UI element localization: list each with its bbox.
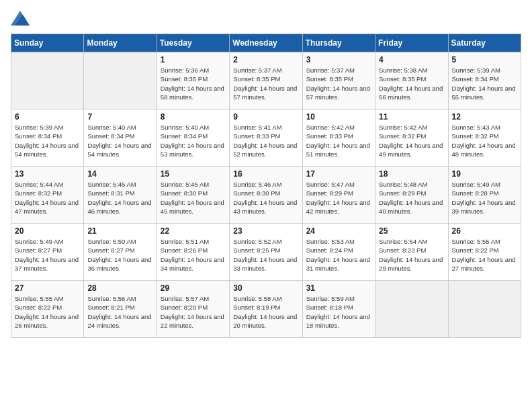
- calendar-cell: 30Sunrise: 5:58 AMSunset: 8:19 PMDayligh…: [230, 281, 302, 338]
- calendar-cell: 29Sunrise: 5:57 AMSunset: 8:20 PMDayligh…: [157, 281, 229, 338]
- weekday-header: Thursday: [302, 34, 375, 52]
- calendar-cell: 10Sunrise: 5:42 AMSunset: 8:33 PMDayligh…: [302, 109, 375, 167]
- day-info: Sunrise: 5:45 AMSunset: 8:31 PMDaylight:…: [87, 180, 152, 216]
- day-number: 12: [452, 112, 517, 122]
- calendar-cell: 17Sunrise: 5:47 AMSunset: 8:29 PMDayligh…: [302, 167, 375, 224]
- calendar-header: SundayMondayTuesdayWednesdayThursdayFrid…: [11, 34, 521, 52]
- day-number: 3: [306, 55, 371, 64]
- weekday-header: Sunday: [11, 34, 84, 52]
- calendar-cell: 5Sunrise: 5:39 AMSunset: 8:34 PMDaylight…: [448, 52, 521, 109]
- day-number: 26: [452, 226, 517, 236]
- day-number: 11: [379, 112, 444, 122]
- day-info: Sunrise: 5:42 AMSunset: 8:33 PMDaylight:…: [306, 123, 371, 158]
- weekday-row: SundayMondayTuesdayWednesdayThursdayFrid…: [11, 34, 521, 52]
- day-number: 24: [306, 226, 371, 236]
- day-number: 18: [379, 169, 444, 179]
- day-number: 31: [306, 283, 371, 293]
- calendar-cell: [375, 281, 448, 338]
- day-number: 1: [161, 55, 226, 64]
- calendar-week-row: 20Sunrise: 5:49 AMSunset: 8:27 PMDayligh…: [11, 224, 521, 281]
- day-info: Sunrise: 5:54 AMSunset: 8:23 PMDaylight:…: [379, 237, 444, 273]
- calendar-cell: 8Sunrise: 5:40 AMSunset: 8:34 PMDaylight…: [157, 109, 229, 167]
- day-info: Sunrise: 5:53 AMSunset: 8:24 PMDaylight:…: [306, 237, 371, 273]
- calendar-cell: 23Sunrise: 5:52 AMSunset: 8:25 PMDayligh…: [230, 224, 302, 281]
- calendar-cell: 27Sunrise: 5:55 AMSunset: 8:22 PMDayligh…: [11, 281, 84, 338]
- day-info: Sunrise: 5:40 AMSunset: 8:34 PMDaylight:…: [161, 123, 226, 158]
- calendar-cell: 12Sunrise: 5:43 AMSunset: 8:32 PMDayligh…: [448, 109, 521, 167]
- calendar-cell: [448, 281, 521, 338]
- logo-icon: [11, 11, 30, 26]
- day-number: 5: [452, 55, 517, 64]
- day-info: Sunrise: 5:36 AMSunset: 8:35 PMDaylight:…: [161, 66, 226, 101]
- day-number: 15: [161, 169, 226, 179]
- weekday-header: Monday: [84, 34, 157, 52]
- calendar-cell: 31Sunrise: 5:59 AMSunset: 8:18 PMDayligh…: [302, 281, 375, 338]
- day-info: Sunrise: 5:55 AMSunset: 8:22 PMDaylight:…: [452, 237, 517, 273]
- day-number: 30: [233, 283, 298, 293]
- calendar-week-row: 13Sunrise: 5:44 AMSunset: 8:32 PMDayligh…: [11, 167, 521, 224]
- day-number: 19: [452, 169, 517, 179]
- calendar-week-row: 6Sunrise: 5:39 AMSunset: 8:34 PMDaylight…: [11, 109, 521, 167]
- day-number: 7: [87, 112, 152, 122]
- calendar-cell: 6Sunrise: 5:39 AMSunset: 8:34 PMDaylight…: [11, 109, 84, 167]
- day-number: 27: [15, 283, 80, 293]
- day-info: Sunrise: 5:49 AMSunset: 8:27 PMDaylight:…: [15, 237, 80, 273]
- day-number: 20: [15, 226, 80, 236]
- calendar-cell: 24Sunrise: 5:53 AMSunset: 8:24 PMDayligh…: [302, 224, 375, 281]
- day-info: Sunrise: 5:49 AMSunset: 8:28 PMDaylight:…: [452, 180, 517, 216]
- day-number: 9: [233, 112, 298, 122]
- weekday-header: Wednesday: [230, 34, 302, 52]
- weekday-header: Friday: [375, 34, 448, 52]
- day-number: 16: [233, 169, 298, 179]
- calendar-cell: 13Sunrise: 5:44 AMSunset: 8:32 PMDayligh…: [11, 167, 84, 224]
- day-number: 13: [15, 169, 80, 179]
- calendar-cell: [11, 52, 84, 109]
- weekday-header: Saturday: [448, 34, 521, 52]
- day-info: Sunrise: 5:42 AMSunset: 8:32 PMDaylight:…: [379, 123, 444, 158]
- calendar-cell: 18Sunrise: 5:48 AMSunset: 8:29 PMDayligh…: [375, 167, 448, 224]
- page-header: [11, 11, 521, 26]
- day-info: Sunrise: 5:40 AMSunset: 8:34 PMDaylight:…: [87, 123, 152, 158]
- calendar-cell: 1Sunrise: 5:36 AMSunset: 8:35 PMDaylight…: [157, 52, 229, 109]
- calendar-cell: 9Sunrise: 5:41 AMSunset: 8:33 PMDaylight…: [230, 109, 302, 167]
- day-info: Sunrise: 5:37 AMSunset: 8:35 PMDaylight:…: [306, 66, 371, 101]
- calendar-table: SundayMondayTuesdayWednesdayThursdayFrid…: [11, 34, 521, 338]
- day-info: Sunrise: 5:52 AMSunset: 8:25 PMDaylight:…: [233, 237, 298, 273]
- calendar-cell: 7Sunrise: 5:40 AMSunset: 8:34 PMDaylight…: [84, 109, 157, 167]
- day-info: Sunrise: 5:59 AMSunset: 8:18 PMDaylight:…: [306, 294, 371, 330]
- day-number: 2: [233, 55, 298, 64]
- day-info: Sunrise: 5:57 AMSunset: 8:20 PMDaylight:…: [161, 294, 226, 330]
- calendar-cell: 22Sunrise: 5:51 AMSunset: 8:26 PMDayligh…: [157, 224, 229, 281]
- calendar-cell: 16Sunrise: 5:46 AMSunset: 8:30 PMDayligh…: [230, 167, 302, 224]
- day-info: Sunrise: 5:44 AMSunset: 8:32 PMDaylight:…: [15, 180, 80, 216]
- day-info: Sunrise: 5:46 AMSunset: 8:30 PMDaylight:…: [233, 180, 298, 216]
- day-info: Sunrise: 5:56 AMSunset: 8:21 PMDaylight:…: [87, 294, 152, 330]
- day-number: 21: [87, 226, 152, 236]
- day-number: 14: [87, 169, 152, 179]
- calendar-cell: 11Sunrise: 5:42 AMSunset: 8:32 PMDayligh…: [375, 109, 448, 167]
- day-number: 29: [161, 283, 226, 293]
- calendar-cell: 15Sunrise: 5:45 AMSunset: 8:30 PMDayligh…: [157, 167, 229, 224]
- day-info: Sunrise: 5:55 AMSunset: 8:22 PMDaylight:…: [15, 294, 80, 330]
- calendar-cell: [84, 52, 157, 109]
- calendar-cell: 4Sunrise: 5:38 AMSunset: 8:35 PMDaylight…: [375, 52, 448, 109]
- calendar-cell: 25Sunrise: 5:54 AMSunset: 8:23 PMDayligh…: [375, 224, 448, 281]
- day-info: Sunrise: 5:48 AMSunset: 8:29 PMDaylight:…: [379, 180, 444, 216]
- day-info: Sunrise: 5:50 AMSunset: 8:27 PMDaylight:…: [87, 237, 152, 273]
- calendar-body: 1Sunrise: 5:36 AMSunset: 8:35 PMDaylight…: [11, 52, 521, 338]
- day-info: Sunrise: 5:39 AMSunset: 8:34 PMDaylight:…: [452, 66, 517, 101]
- day-number: 6: [15, 112, 80, 122]
- day-number: 28: [87, 283, 152, 293]
- day-info: Sunrise: 5:41 AMSunset: 8:33 PMDaylight:…: [233, 123, 298, 158]
- logo: [11, 11, 32, 26]
- day-number: 22: [161, 226, 226, 236]
- day-info: Sunrise: 5:43 AMSunset: 8:32 PMDaylight:…: [452, 123, 517, 158]
- calendar-cell: 21Sunrise: 5:50 AMSunset: 8:27 PMDayligh…: [84, 224, 157, 281]
- weekday-header: Tuesday: [157, 34, 229, 52]
- calendar-cell: 14Sunrise: 5:45 AMSunset: 8:31 PMDayligh…: [84, 167, 157, 224]
- calendar-cell: 28Sunrise: 5:56 AMSunset: 8:21 PMDayligh…: [84, 281, 157, 338]
- day-number: 17: [306, 169, 371, 179]
- day-info: Sunrise: 5:38 AMSunset: 8:35 PMDaylight:…: [379, 66, 444, 101]
- calendar-cell: 19Sunrise: 5:49 AMSunset: 8:28 PMDayligh…: [448, 167, 521, 224]
- day-number: 4: [379, 55, 444, 64]
